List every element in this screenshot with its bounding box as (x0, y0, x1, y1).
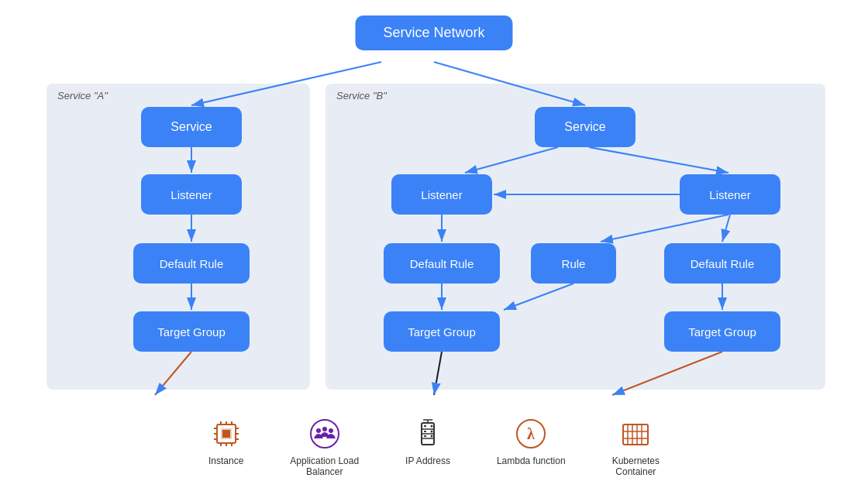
target-group-b-box: Target Group (384, 311, 500, 352)
lambda-icon-item: λ Lambda function (497, 417, 566, 466)
ip-icon (411, 417, 445, 451)
target-group-b2-box: Target Group (664, 311, 780, 352)
kubernetes-icon-item: KubernetesContainer (612, 417, 660, 477)
panel-b-label: Service "B" (336, 90, 387, 101)
alb-icon-item: Application LoadBalancer (290, 417, 359, 477)
svg-point-47 (430, 435, 432, 438)
default-rule-b-box: Default Rule (384, 243, 500, 284)
alb-label: Application LoadBalancer (290, 455, 359, 477)
instance-icon (209, 417, 243, 451)
panel-a-label: Service "A" (57, 90, 108, 101)
ip-icon-item: IP Address (405, 417, 450, 466)
icons-row: Instance Application LoadBalancer (0, 417, 868, 477)
default-rule-a-box: Default Rule (133, 243, 250, 284)
target-group-a-box: Target Group (133, 311, 250, 352)
svg-rect-42 (424, 425, 426, 427)
instance-label: Instance (208, 455, 243, 466)
service-a-box: Service (141, 107, 242, 147)
listener-a-box: Listener (141, 174, 242, 215)
alb-icon (308, 417, 342, 451)
svg-rect-33 (222, 430, 230, 438)
kubernetes-icon (618, 417, 653, 451)
service-b-box: Service (535, 107, 636, 147)
instance-icon-item: Instance (208, 417, 243, 466)
default-rule-b2-box: Default Rule (664, 243, 780, 284)
listener-b2-box: Listener (680, 174, 780, 215)
svg-point-36 (322, 427, 327, 431)
service-network-box: Service Network (355, 15, 512, 50)
rule-b-box: Rule (531, 243, 616, 284)
svg-point-46 (430, 431, 432, 433)
svg-point-37 (329, 428, 333, 433)
svg-point-35 (316, 428, 321, 433)
lambda-label: Lambda function (497, 455, 566, 466)
svg-rect-44 (424, 435, 426, 437)
svg-rect-43 (424, 431, 426, 432)
svg-text:λ: λ (527, 425, 535, 442)
listener-b1-box: Listener (391, 174, 492, 215)
kubernetes-label: KubernetesContainer (612, 455, 660, 477)
svg-rect-53 (623, 424, 648, 445)
ip-label: IP Address (405, 455, 450, 466)
lambda-icon: λ (514, 417, 548, 451)
svg-point-45 (430, 425, 432, 428)
